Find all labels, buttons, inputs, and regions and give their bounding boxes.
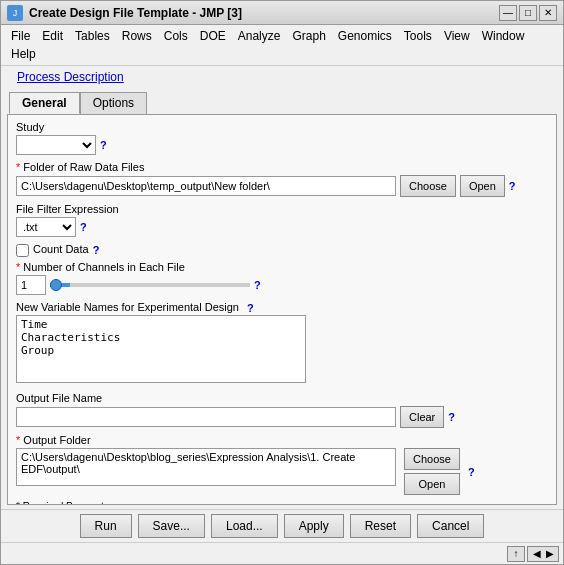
required-note: * Required Parameter (16, 501, 548, 505)
count-data-label: Count Data (33, 243, 89, 255)
folder-label: Folder of Raw Data Files (16, 161, 548, 173)
study-row: ? (16, 135, 548, 155)
study-group: Study ? (16, 121, 548, 155)
open-folder-button[interactable]: Open (460, 175, 505, 197)
menu-bar: File Edit Tables Rows Cols DOE Analyze G… (1, 25, 563, 66)
tabs-container: General Options (1, 88, 563, 114)
clear-button[interactable]: Clear (400, 406, 444, 428)
scroll-right-button[interactable]: ▶ (543, 546, 556, 562)
new-vars-header-row: New Variable Names for Experimental Desi… (16, 301, 548, 315)
save-button[interactable]: Save... (138, 514, 205, 538)
status-bar: ↑ ◀ ▶ (1, 542, 563, 564)
title-bar: J Create Design File Template - JMP [3] … (1, 1, 563, 25)
filter-label: File Filter Expression (16, 203, 548, 215)
load-button[interactable]: Load... (211, 514, 278, 538)
reset-button[interactable]: Reset (350, 514, 411, 538)
channels-row: ? (16, 275, 548, 295)
choose-folder-button[interactable]: Choose (400, 175, 456, 197)
count-data-row: Count Data ? (16, 243, 548, 257)
channels-slider[interactable] (50, 283, 250, 287)
menu-genomics[interactable]: Genomics (332, 27, 398, 45)
titlebar-buttons: — □ ✕ (499, 5, 557, 21)
output-folder-help-icon[interactable]: ? (468, 466, 475, 478)
menu-file[interactable]: File (5, 27, 36, 45)
cancel-button[interactable]: Cancel (417, 514, 484, 538)
window-title: Create Design File Template - JMP [3] (29, 6, 499, 20)
count-data-checkbox[interactable] (16, 244, 29, 257)
filter-help-icon[interactable]: ? (80, 221, 87, 233)
minimize-button[interactable]: — (499, 5, 517, 21)
output-folder-group: Output Folder C:\Users\dagenu\Desktop\bl… (16, 434, 548, 495)
folder-input[interactable] (16, 176, 396, 196)
main-content: Study ? Folder of Raw Data Files Choose … (7, 114, 557, 505)
menu-doe[interactable]: DOE (194, 27, 232, 45)
folder-help-icon[interactable]: ? (509, 180, 516, 192)
menu-cols[interactable]: Cols (158, 27, 194, 45)
maximize-button[interactable]: □ (519, 5, 537, 21)
menu-analyze[interactable]: Analyze (232, 27, 287, 45)
output-file-group: Output File Name Clear ? (16, 392, 548, 428)
new-vars-group: New Variable Names for Experimental Desi… (16, 301, 548, 386)
output-folder-row: C:\Users\dagenu\Desktop\blog_series\Expr… (16, 448, 548, 495)
menu-view[interactable]: View (438, 27, 476, 45)
output-file-label: Output File Name (16, 392, 548, 404)
main-window: J Create Design File Template - JMP [3] … (0, 0, 564, 565)
apply-button[interactable]: Apply (284, 514, 344, 538)
tab-options[interactable]: Options (80, 92, 147, 114)
menu-tools[interactable]: Tools (398, 27, 438, 45)
tab-general[interactable]: General (9, 92, 80, 114)
menu-rows[interactable]: Rows (116, 27, 158, 45)
menu-window[interactable]: Window (476, 27, 531, 45)
scroll-up-button[interactable]: ↑ (507, 546, 525, 562)
output-file-input[interactable] (16, 407, 396, 427)
open-output-button[interactable]: Open (404, 473, 460, 495)
menu-help[interactable]: Help (5, 45, 42, 63)
output-folder-value: C:\Users\dagenu\Desktop\blog_series\Expr… (16, 448, 396, 486)
filter-group: File Filter Expression .txt ? (16, 203, 548, 237)
scroll-left-button[interactable]: ◀ (530, 546, 543, 562)
app-icon: J (7, 5, 23, 21)
channels-help-icon[interactable]: ? (254, 279, 261, 291)
channels-label: Number of Channels in Each File (16, 261, 548, 273)
folder-row: Choose Open ? (16, 175, 548, 197)
bottom-buttons: Run Save... Load... Apply Reset Cancel (1, 509, 563, 542)
count-data-help-icon[interactable]: ? (93, 244, 100, 256)
study-help-icon[interactable]: ? (100, 139, 107, 151)
folder-group: Folder of Raw Data Files Choose Open ? (16, 161, 548, 197)
menu-edit[interactable]: Edit (36, 27, 69, 45)
new-vars-help-icon[interactable]: ? (247, 302, 254, 314)
channels-input[interactable] (16, 275, 46, 295)
filter-select[interactable]: .txt (16, 217, 76, 237)
output-folder-label: Output Folder (16, 434, 548, 446)
process-description-link[interactable]: Process Description (9, 66, 132, 88)
output-file-row: Clear ? (16, 406, 548, 428)
channels-group: Number of Channels in Each File ? (16, 261, 548, 295)
run-button[interactable]: Run (80, 514, 132, 538)
menu-tables[interactable]: Tables (69, 27, 116, 45)
new-vars-label: New Variable Names for Experimental Desi… (16, 301, 239, 313)
close-button[interactable]: ✕ (539, 5, 557, 21)
new-vars-textarea[interactable]: Time Characteristics Group (16, 315, 306, 383)
choose-output-button[interactable]: Choose (404, 448, 460, 470)
filter-row: .txt ? (16, 217, 548, 237)
menu-graph[interactable]: Graph (286, 27, 331, 45)
study-select[interactable] (16, 135, 96, 155)
study-label: Study (16, 121, 548, 133)
output-file-help-icon[interactable]: ? (448, 411, 455, 423)
